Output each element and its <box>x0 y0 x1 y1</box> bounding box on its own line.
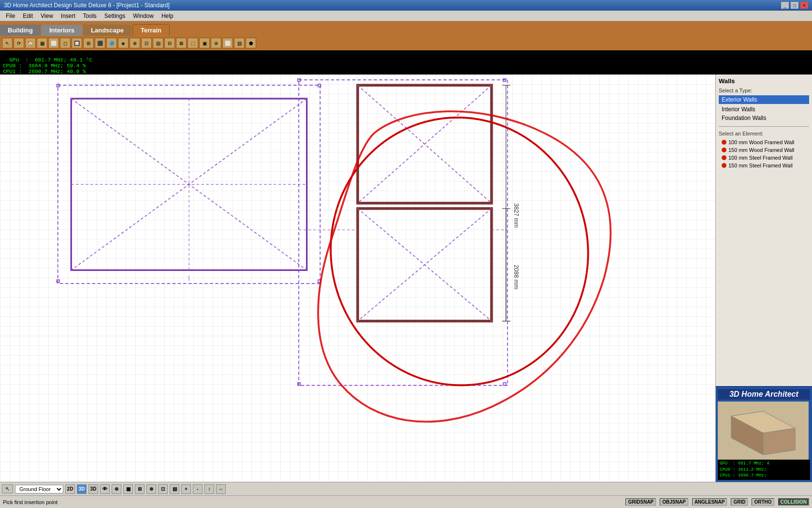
snap-ortho[interactable]: ORTHO <box>752 498 774 506</box>
menubar-item-help[interactable]: Help <box>158 12 177 20</box>
menubar-item-file[interactable]: File <box>2 12 19 20</box>
walls-title: Walls <box>719 77 809 85</box>
menubar-item-view[interactable]: View <box>37 12 57 20</box>
menubar-item-tools[interactable]: Tools <box>79 12 101 20</box>
statusbar: Pick first insertion point GRIDSNAP OBJS… <box>0 495 812 508</box>
tool-16[interactable]: ▣ <box>199 38 210 48</box>
element-label-4: 150 mm Steel Framed Wall <box>728 163 793 168</box>
tool-rotate[interactable]: ⟳ <box>14 38 24 48</box>
floor-select[interactable]: Ground Floor First Floor Second Floor <box>15 485 63 493</box>
preview-3d-svg <box>718 402 809 460</box>
tool-10[interactable]: ⊗ <box>130 38 140 48</box>
element-150mm-steel[interactable]: 150 mm Steel Framed Wall <box>719 162 809 169</box>
tool-14[interactable]: ⊠ <box>176 38 187 48</box>
panel-spacer <box>716 172 812 386</box>
view-extra1[interactable]: ⊞ <box>135 484 145 494</box>
wall-type-exterior[interactable]: Exterior Walls <box>719 95 809 104</box>
view-zoom-button[interactable]: ⊕ <box>112 484 121 494</box>
element-dot-2 <box>722 148 726 152</box>
status-message: Pick first insertion point <box>3 499 58 505</box>
snap-anglesnap[interactable]: ANGLESNAP <box>692 498 727 506</box>
tool-12[interactable]: ▤ <box>153 38 163 48</box>
view-extra6[interactable]: - <box>193 484 203 494</box>
tool-cursor[interactable]: ↖ <box>2 484 13 493</box>
svg-rect-29 <box>503 383 506 386</box>
wall-type-interior[interactable]: Interior Walls <box>719 105 809 114</box>
cpu1-info: CPU1 : 2690.7 MHz; 40.0 % <box>3 69 86 75</box>
element-dot-3 <box>722 155 726 160</box>
maximize-button[interactable]: □ <box>791 2 798 9</box>
svg-rect-9 <box>299 80 508 386</box>
element-100mm-wood[interactable]: 100 mm Wood Framed Wall <box>719 138 809 146</box>
select-type-label: Select a Type: <box>719 88 809 93</box>
tool-9[interactable]: ◈ <box>118 38 129 48</box>
status-right: GRIDSNAP OBJSNAP ANGLESNAP GRID ORTHO CO… <box>625 498 809 506</box>
view-extra2[interactable]: ⊗ <box>146 484 156 494</box>
element-dot-4 <box>722 163 726 168</box>
snap-grid[interactable]: GRID <box>731 498 748 506</box>
view-grid-button[interactable]: ▦ <box>123 484 133 494</box>
tool-6[interactable]: ⊞ <box>83 38 94 48</box>
element-150mm-wood[interactable]: 150 mm Wood Framed Wall <box>719 146 809 154</box>
element-100mm-steel[interactable]: 100 mm Steel Framed Wall <box>719 154 809 162</box>
view-2d-button[interactable]: 2D <box>65 484 75 494</box>
view-3d-alt-button[interactable]: 3D <box>88 484 98 494</box>
tab-landscape[interactable]: Landscape <box>83 25 131 36</box>
tool-18[interactable]: ⬜ <box>222 38 233 48</box>
view-extra3[interactable]: ⊡ <box>158 484 168 494</box>
tab-interiors[interactable]: Interiors <box>42 25 82 36</box>
tab-terrain[interactable]: Terrain <box>132 24 170 36</box>
titlebar-controls[interactable]: _ □ × <box>781 2 808 9</box>
icon-toolbar: ↖ ⟳ 🏠 ▦ ⬜ ◻ 🔲 ⊞ ⬛ 🔷 ◈ ⊗ ⊡ ▤ ⊟ ⊠ ⬚ ▣ ⊛ ⬜ … <box>0 36 812 50</box>
close-button[interactable]: × <box>800 2 808 9</box>
info-bar: GPU : 601.7 MHz; 49.1 °C CPU0 : 3664.9 M… <box>0 50 812 75</box>
tool-17[interactable]: ⊛ <box>211 38 221 48</box>
tool-1[interactable]: 🏠 <box>25 38 36 48</box>
preview-title: 3D Home Architect <box>718 389 810 400</box>
menubar-item-settings[interactable]: Settings <box>101 12 129 20</box>
bottom-toolbar: ↖ Ground Floor First Floor Second Floor … <box>0 482 812 495</box>
svg-point-32 <box>310 97 609 406</box>
wall-type-foundation[interactable]: Foundation Walls <box>719 114 809 122</box>
preview-panel: 3D Home Architect GPU : 601.7 MHz; 4 CPU… <box>716 386 812 482</box>
walls-panel: Walls Select a Type: Exterior Walls Inte… <box>716 75 812 172</box>
tool-5[interactable]: 🔲 <box>72 38 82 48</box>
tool-13[interactable]: ⊟ <box>164 38 175 48</box>
view-extra4[interactable]: ▤ <box>170 484 179 494</box>
snap-collision[interactable]: COLLISION <box>778 498 809 506</box>
cpu0-info: CPU0 : 3664.9 MHz; 59.4 % <box>3 63 86 69</box>
tool-11[interactable]: ⊡ <box>141 38 152 48</box>
tool-select[interactable]: ↖ <box>2 38 13 48</box>
view-extra7[interactable]: ↕ <box>204 484 214 494</box>
gpu-info: GPU : 601.7 MHz; 49.1 °C <box>9 57 92 63</box>
preview-gpu-info: GPU : 601.7 MHz; 4 CPU0 : 3611.2 MHz; CP… <box>718 460 810 480</box>
tool-20[interactable]: ⬟ <box>246 38 256 48</box>
panel-divider-1 <box>719 126 809 127</box>
element-label-3: 100 mm Steel Framed Wall <box>728 155 793 161</box>
menubar: FileEditViewInsertToolsSettingsWindowHel… <box>0 11 812 21</box>
menubar-item-insert[interactable]: Insert <box>57 12 79 20</box>
tool-8[interactable]: 🔷 <box>106 38 117 48</box>
main-content: 3827 mm 2088 mm Walls Selec <box>0 75 812 482</box>
snap-gridsnap[interactable]: GRIDSNAP <box>625 498 656 506</box>
canvas[interactable]: 3827 mm 2088 mm <box>0 75 715 482</box>
tool-3[interactable]: ⬜ <box>48 38 59 48</box>
view-extra5[interactable]: + <box>181 484 191 494</box>
tab-building[interactable]: Building <box>0 25 41 36</box>
svg-text:2088 mm: 2088 mm <box>513 265 520 289</box>
titlebar: 3D Home Architect Design Suite Deluxe 8 … <box>0 0 812 11</box>
view-eye-button[interactable]: 👁 <box>100 484 110 494</box>
tool-7[interactable]: ⬛ <box>95 38 105 48</box>
tool-15[interactable]: ⬚ <box>188 38 198 48</box>
tool-4[interactable]: ◻ <box>60 38 71 48</box>
snap-objsnap[interactable]: OBJSNAP <box>660 498 688 506</box>
menubar-item-edit[interactable]: Edit <box>19 12 37 20</box>
view-extra8[interactable]: ↔ <box>216 484 226 494</box>
right-panel: Walls Select a Type: Exterior Walls Inte… <box>715 75 812 482</box>
menubar-item-window[interactable]: Window <box>129 12 158 20</box>
tool-19[interactable]: ▧ <box>234 38 245 48</box>
minimize-button[interactable]: _ <box>781 2 789 9</box>
preview-3d <box>718 402 809 460</box>
view-3d-button[interactable]: 3D <box>77 484 87 494</box>
tool-2[interactable]: ▦ <box>37 38 47 48</box>
